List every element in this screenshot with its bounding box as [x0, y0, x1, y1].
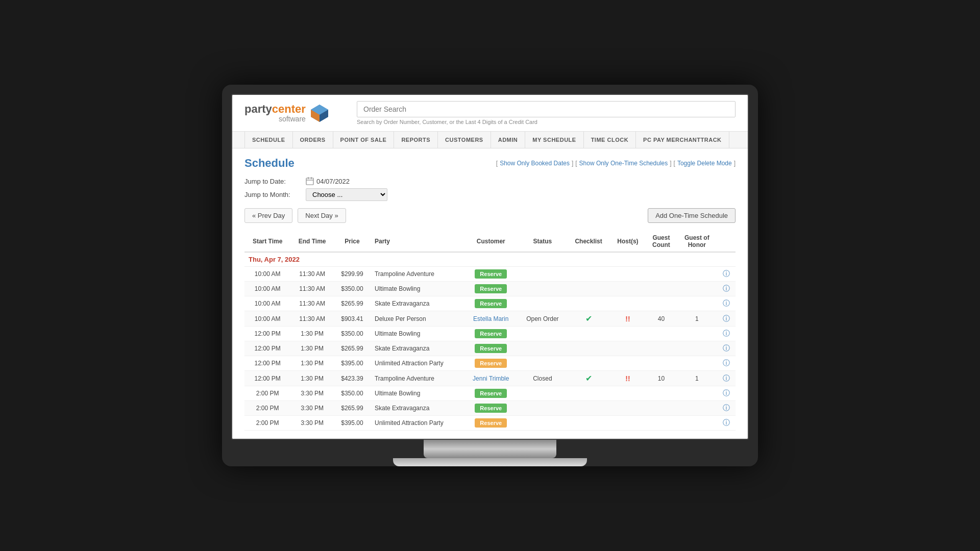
- cell-end-time: 11:30 AM: [290, 267, 334, 282]
- cell-price: $350.00: [334, 386, 371, 401]
- cell-customer: Reserve: [464, 356, 518, 371]
- cell-party: Deluxe Per Person: [371, 311, 464, 327]
- nav-timeclock[interactable]: TIME CLOCK: [584, 132, 636, 148]
- cell-customer: Reserve: [464, 296, 518, 311]
- cell-customer: Reserve: [464, 386, 518, 401]
- table-row: 12:00 PM1:30 PM$350.00Ultimate BowlingRe…: [244, 327, 736, 341]
- col-customer: Customer: [464, 231, 518, 252]
- col-price: Price: [334, 231, 371, 252]
- reserve-button[interactable]: Reserve: [475, 418, 507, 428]
- cell-start-time: 12:00 PM: [244, 356, 290, 371]
- cell-end-time: 1:30 PM: [290, 327, 334, 341]
- cell-info[interactable]: ⓘ: [717, 282, 736, 296]
- cell-checklist: ✔: [567, 311, 610, 327]
- nav-pos[interactable]: POINT OF SALE: [333, 132, 395, 148]
- calendar-icon: [306, 177, 314, 185]
- cell-info[interactable]: ⓘ: [717, 311, 736, 327]
- add-onetime-schedule-button[interactable]: Add One-Time Schedule: [648, 208, 736, 223]
- reserve-button[interactable]: Reserve: [475, 344, 507, 353]
- cell-checklist: [567, 341, 610, 356]
- cell-info[interactable]: ⓘ: [717, 327, 736, 341]
- table-row: 12:00 PM1:30 PM$423.39Trampoline Adventu…: [244, 371, 736, 386]
- cell-info[interactable]: ⓘ: [717, 296, 736, 311]
- cell-guest-of-honor: [677, 296, 717, 311]
- cell-end-time: 3:30 PM: [290, 386, 334, 401]
- info-icon[interactable]: ⓘ: [723, 344, 730, 352]
- show-booked-dates-link[interactable]: Show Only Booked Dates: [500, 160, 570, 167]
- jump-to-month-label: Jump to Month:: [244, 191, 301, 198]
- app-header: partycenter software Search by Order Num…: [232, 95, 748, 132]
- nav-schedule[interactable]: SCHEDULE: [244, 132, 293, 148]
- cell-price: $265.99: [334, 341, 371, 356]
- info-icon[interactable]: ⓘ: [723, 359, 730, 367]
- jump-to-date-value: 04/07/2022: [306, 177, 350, 185]
- jump-to-month-select[interactable]: Choose ...: [306, 188, 387, 201]
- col-checklist: Checklist: [567, 231, 610, 252]
- cell-guest-of-honor: [677, 416, 717, 431]
- cell-customer: Jenni Trimble: [464, 371, 518, 386]
- cell-info[interactable]: ⓘ: [717, 416, 736, 431]
- exclamation-icon: !!: [625, 374, 630, 383]
- search-input[interactable]: [357, 101, 736, 117]
- customer-link[interactable]: Estella Marin: [473, 315, 508, 322]
- cell-info[interactable]: ⓘ: [717, 386, 736, 401]
- cell-guest-count: [646, 386, 677, 401]
- cell-info[interactable]: ⓘ: [717, 267, 736, 282]
- cell-info[interactable]: ⓘ: [717, 401, 736, 416]
- info-icon[interactable]: ⓘ: [723, 329, 730, 337]
- cell-end-time: 3:30 PM: [290, 401, 334, 416]
- cell-status: [518, 386, 567, 401]
- cell-status: [518, 267, 567, 282]
- col-end-time: End Time: [290, 231, 334, 252]
- nav-myschedule[interactable]: MY SCHEDULE: [525, 132, 583, 148]
- table-row: 2:00 PM3:30 PM$395.00Unlimited Attractio…: [244, 416, 736, 431]
- cell-party: Skate Extravaganza: [371, 296, 464, 311]
- info-icon[interactable]: ⓘ: [723, 374, 730, 382]
- cell-end-time: 11:30 AM: [290, 282, 334, 296]
- cell-customer: Estella Marin: [464, 311, 518, 327]
- reserve-button[interactable]: Reserve: [475, 329, 507, 338]
- cell-guest-of-honor: [677, 267, 717, 282]
- cell-status: [518, 416, 567, 431]
- reserve-button[interactable]: Reserve: [475, 359, 507, 368]
- nav-customers[interactable]: CUSTOMERS: [438, 132, 491, 148]
- reserve-button[interactable]: Reserve: [475, 389, 507, 398]
- cell-guest-of-honor: [677, 386, 717, 401]
- monitor-base: [393, 458, 587, 466]
- cell-info[interactable]: ⓘ: [717, 341, 736, 356]
- cell-info[interactable]: ⓘ: [717, 371, 736, 386]
- cell-checklist: [567, 296, 610, 311]
- cell-hosts: [610, 416, 646, 431]
- cell-price: $265.99: [334, 296, 371, 311]
- cell-customer: Reserve: [464, 267, 518, 282]
- info-icon[interactable]: ⓘ: [723, 299, 730, 307]
- customer-link[interactable]: Jenni Trimble: [473, 375, 509, 382]
- info-icon[interactable]: ⓘ: [723, 404, 730, 412]
- cell-info[interactable]: ⓘ: [717, 356, 736, 371]
- info-icon[interactable]: ⓘ: [723, 284, 730, 292]
- reserve-button[interactable]: Reserve: [475, 284, 507, 293]
- info-icon[interactable]: ⓘ: [723, 418, 730, 427]
- reserve-button[interactable]: Reserve: [475, 404, 507, 413]
- sep3: ]: [734, 160, 736, 167]
- cell-start-time: 2:00 PM: [244, 401, 290, 416]
- toggle-delete-link[interactable]: Toggle Delete Mode: [677, 160, 732, 167]
- cell-party: Trampoline Adventure: [371, 371, 464, 386]
- nav-reports[interactable]: REPORTS: [394, 132, 438, 148]
- cell-party: Trampoline Adventure: [371, 267, 464, 282]
- reserve-button[interactable]: Reserve: [475, 299, 507, 308]
- info-icon[interactable]: ⓘ: [723, 389, 730, 397]
- info-icon[interactable]: ⓘ: [723, 269, 730, 278]
- nav-orders[interactable]: ORDERS: [293, 132, 333, 148]
- cell-party: Ultimate Bowling: [371, 327, 464, 341]
- page-title: Schedule: [244, 157, 295, 170]
- prev-day-button[interactable]: « Prev Day: [244, 208, 292, 223]
- nav-admin[interactable]: ADMIN: [491, 132, 526, 148]
- show-onetime-link[interactable]: Show Only One-Time Schedules: [579, 160, 668, 167]
- nav-bar: SCHEDULE ORDERS POINT OF SALE REPORTS CU…: [232, 132, 748, 148]
- reserve-button[interactable]: Reserve: [475, 269, 507, 279]
- nav-merchanttrack[interactable]: PC PAY MERCHANTTRACK: [636, 132, 729, 148]
- table-row: 10:00 AM11:30 AM$299.99Trampoline Advent…: [244, 267, 736, 282]
- next-day-button[interactable]: Next Day »: [298, 208, 346, 223]
- info-icon[interactable]: ⓘ: [723, 314, 730, 322]
